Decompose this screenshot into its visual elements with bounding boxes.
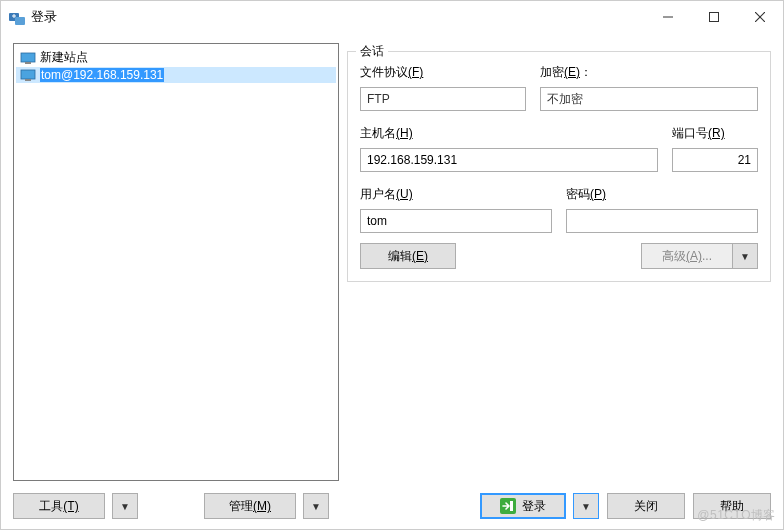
username-input[interactable] — [360, 209, 552, 233]
login-window: 登录 新建站点 — [0, 0, 784, 530]
encryption-label: 加密(E)： — [540, 64, 758, 81]
close-button[interactable] — [737, 1, 783, 33]
session-group: 会话 文件协议(F) 加密(E)： FTP 不加密 主机名(H) — [347, 51, 771, 282]
site-label: tom@192.168.159.131 — [40, 68, 164, 82]
svg-rect-6 — [21, 53, 35, 62]
protocol-value[interactable]: FTP — [360, 87, 526, 111]
site-item-tom[interactable]: tom@192.168.159.131 — [16, 67, 336, 83]
port-input[interactable] — [672, 148, 758, 172]
maximize-button[interactable] — [691, 1, 737, 33]
manage-dropdown[interactable]: ▼ — [303, 493, 329, 519]
sites-panel: 新建站点 tom@192.168.159.131 — [13, 43, 339, 481]
svg-rect-9 — [25, 79, 31, 81]
window-title: 登录 — [31, 8, 57, 26]
advanced-button[interactable]: 高级(A)... — [641, 243, 733, 269]
minimize-button[interactable] — [645, 1, 691, 33]
app-icon — [9, 9, 25, 25]
advanced-dropdown[interactable]: ▼ — [732, 243, 758, 269]
svg-rect-1 — [15, 17, 25, 25]
login-icon — [500, 498, 516, 514]
encryption-value[interactable]: 不加密 — [540, 87, 758, 111]
login-dropdown[interactable]: ▼ — [573, 493, 599, 519]
svg-rect-11 — [510, 501, 513, 511]
username-label: 用户名(U) — [360, 186, 552, 203]
site-item-new[interactable]: 新建站点 — [16, 48, 336, 67]
svg-rect-7 — [25, 62, 31, 64]
monitor-icon — [20, 69, 36, 81]
bottom-bar: 工具(T) ▼ 管理(M) ▼ 登录 ▼ 关闭 帮助 — [1, 487, 783, 529]
host-input[interactable] — [360, 148, 658, 172]
host-label: 主机名(H) — [360, 125, 658, 142]
password-label: 密码(P) — [566, 186, 758, 203]
site-label: 新建站点 — [40, 49, 88, 66]
tools-dropdown[interactable]: ▼ — [112, 493, 138, 519]
port-label: 端口号(R) — [672, 125, 758, 142]
window-controls — [645, 1, 783, 33]
svg-rect-8 — [21, 70, 35, 79]
session-legend: 会话 — [356, 43, 388, 60]
watermark: @51CTO博客 — [697, 507, 776, 524]
login-button[interactable]: 登录 — [480, 493, 566, 519]
monitor-icon — [20, 52, 36, 64]
manage-button[interactable]: 管理(M) — [204, 493, 296, 519]
svg-rect-3 — [710, 13, 719, 22]
protocol-label: 文件协议(F) — [360, 64, 526, 81]
close-dialog-button[interactable]: 关闭 — [607, 493, 685, 519]
site-list[interactable]: 新建站点 tom@192.168.159.131 — [13, 43, 339, 481]
titlebar: 登录 — [1, 1, 783, 33]
edit-button[interactable]: 编辑(E) — [360, 243, 456, 269]
session-panel: 会话 文件协议(F) 加密(E)： FTP 不加密 主机名(H) — [347, 43, 771, 481]
password-input[interactable] — [566, 209, 758, 233]
tools-button[interactable]: 工具(T) — [13, 493, 105, 519]
